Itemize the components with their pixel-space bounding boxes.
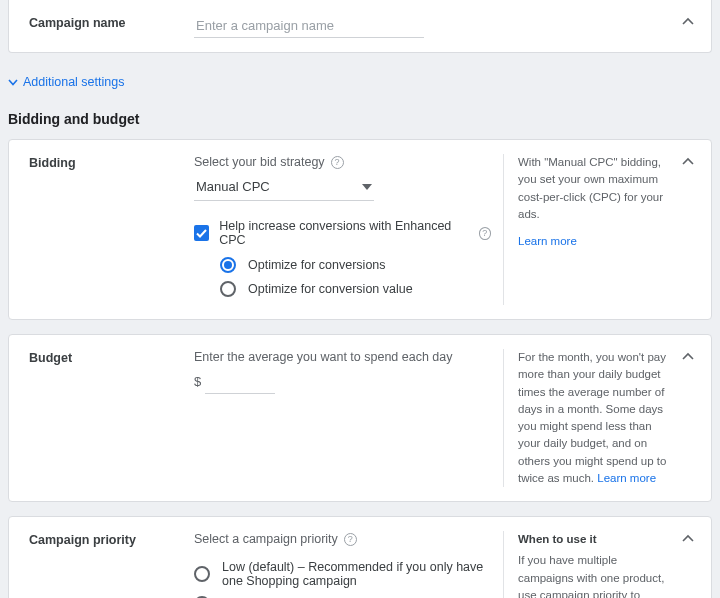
bidding-aside-text: With "Manual CPC" bidding, you set your … [518, 154, 671, 223]
radio-optimize-conversions[interactable]: Optimize for conversions [220, 257, 491, 273]
collapse-button[interactable] [677, 527, 699, 549]
campaign-name-input[interactable] [194, 14, 424, 38]
radio-icon [220, 281, 236, 297]
priority-aside-title: When to use it [518, 531, 671, 548]
chevron-up-icon [682, 352, 694, 360]
chevron-down-icon [8, 79, 18, 86]
help-icon[interactable]: ? [479, 227, 491, 240]
bid-strategy-dropdown[interactable]: Manual CPC [194, 175, 374, 201]
learn-more-link[interactable]: Learn more [597, 472, 656, 484]
priority-label: Campaign priority [29, 531, 194, 598]
bid-strategy-label: Select your bid strategy [194, 155, 325, 169]
budget-input[interactable] [205, 370, 275, 394]
dropdown-caret-icon [362, 184, 372, 190]
chevron-up-icon [682, 534, 694, 542]
chevron-up-icon [682, 157, 694, 165]
chevron-up-icon [682, 17, 694, 25]
budget-card: Budget Enter the average you want to spe… [8, 334, 712, 502]
radio-priority-low[interactable]: Low (default) – Recommended if you only … [194, 560, 491, 588]
radio-label: Low (default) – Recommended if you only … [222, 560, 491, 588]
check-icon [196, 229, 207, 238]
budget-aside: For the month, you won't pay more than y… [503, 349, 671, 487]
radio-icon [220, 257, 236, 273]
radio-label: Optimize for conversions [248, 258, 386, 272]
enhanced-cpc-checkbox[interactable] [194, 225, 209, 241]
campaign-name-label: Campaign name [29, 14, 194, 38]
priority-field-label: Select a campaign priority [194, 532, 338, 546]
budget-field-label: Enter the average you want to spend each… [194, 350, 453, 364]
bidding-card: Bidding Select your bid strategy ? Manua… [8, 139, 712, 320]
radio-icon [194, 566, 210, 582]
priority-aside: When to use it If you have multiple camp… [503, 531, 671, 598]
budget-label: Budget [29, 349, 194, 487]
additional-settings-label: Additional settings [23, 75, 124, 89]
campaign-priority-card: Campaign priority Select a campaign prio… [8, 516, 712, 598]
additional-settings-toggle[interactable]: Additional settings [0, 67, 720, 107]
collapse-button[interactable] [677, 10, 699, 32]
bidding-aside: With "Manual CPC" bidding, you set your … [503, 154, 671, 305]
help-icon[interactable]: ? [331, 156, 344, 169]
currency-symbol: $ [194, 374, 201, 389]
collapse-button[interactable] [677, 345, 699, 367]
radio-label: Optimize for conversion value [248, 282, 413, 296]
bid-strategy-value: Manual CPC [196, 179, 270, 194]
budget-aside-text: For the month, you won't pay more than y… [518, 351, 666, 484]
section-heading: Bidding and budget [0, 107, 720, 139]
collapse-button[interactable] [677, 150, 699, 172]
bidding-label: Bidding [29, 154, 194, 305]
priority-aside-text: If you have multiple campaigns with one … [518, 552, 671, 598]
radio-optimize-conversion-value[interactable]: Optimize for conversion value [220, 281, 491, 297]
help-icon[interactable]: ? [344, 533, 357, 546]
enhanced-cpc-label: Help increase conversions with Enhanced … [219, 219, 468, 247]
campaign-name-card: Campaign name [8, 0, 712, 53]
learn-more-link[interactable]: Learn more [518, 235, 577, 247]
